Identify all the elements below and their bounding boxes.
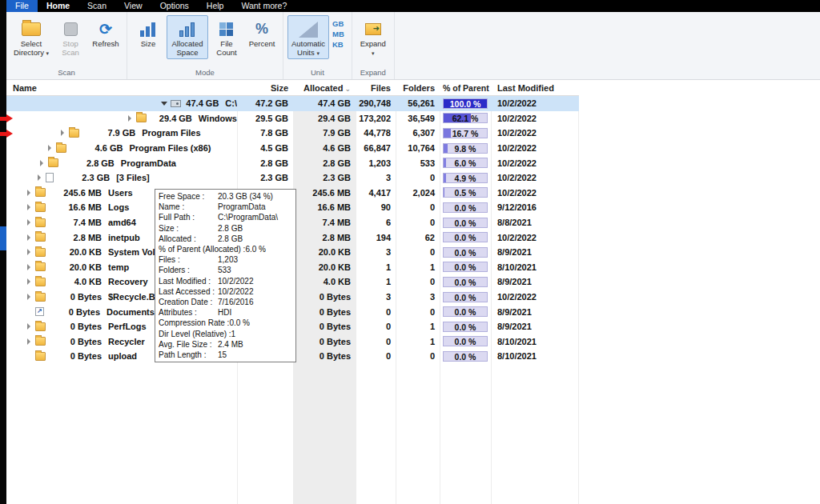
expand-chevron-icon[interactable] [26, 293, 32, 301]
automatic-units-button[interactable]: Automatic Units ▾ [287, 15, 329, 59]
tooltip-line: Allocated : 2.8 GB [159, 234, 292, 244]
tooltip-label: Dir Level (Relative) : [159, 329, 231, 339]
folders-cell: 1 [396, 322, 440, 331]
expand-chevron-icon[interactable] [161, 99, 167, 107]
stop-scan-button[interactable]: Stop Scan [54, 15, 87, 59]
expand-chevron-icon[interactable] [26, 263, 32, 271]
item-size-prefix: 245.6 MB [50, 188, 102, 198]
percent-label: 0.0 % [444, 218, 487, 227]
expand-chevron-icon[interactable] [127, 114, 133, 122]
files-cell: 0 [356, 307, 396, 317]
unit-gb[interactable]: GB [332, 20, 344, 28]
expand-chevron-icon[interactable] [26, 203, 32, 211]
expand-chevron-icon[interactable] [26, 338, 32, 346]
item-size-prefix: 0 Bytes [50, 337, 102, 346]
select-directory-label: Select Directory ▾ [14, 40, 49, 57]
percent-of-parent-cell: 6.0 % [440, 158, 491, 168]
unit-mb[interactable]: MB [332, 30, 344, 38]
tooltip-value: 20.3 GB (34 %) [218, 191, 273, 202]
column-header-files[interactable]: Files [356, 83, 396, 93]
percent-bar: 0.0 % [443, 262, 488, 272]
expand-button[interactable]: Expand ▾ [356, 15, 390, 59]
item-size-prefix: 0 Bytes [50, 351, 102, 361]
expand-chevron-icon[interactable] [26, 248, 32, 256]
allocated-cell: 4.0 KB [293, 277, 356, 286]
table-row[interactable]: 29.4 GB Windows 29.5 GB 29.4 GB 173,202 … [6, 111, 579, 126]
expand-chevron-icon[interactable] [38, 159, 45, 167]
percent-of-parent-cell: 62.1 % [440, 113, 491, 123]
folder-icon [35, 188, 46, 197]
table-row[interactable]: 4.6 GB Program Files (x86) 4.5 GB 4.6 GB… [6, 141, 579, 156]
expand-chevron-icon[interactable] [36, 174, 42, 182]
select-directory-button[interactable]: Select Directory ▾ [10, 15, 52, 59]
menu-options[interactable]: Options [151, 0, 198, 12]
tooltip-value: C:\ProgramData\ [218, 212, 278, 222]
percent-of-parent-cell: 0.0 % [440, 262, 491, 272]
folders-cell: 533 [396, 158, 440, 168]
percent-label: 0.0 % [444, 203, 487, 212]
expand-chevron-icon[interactable] [59, 129, 66, 137]
tooltip-line: Free Space : 20.3 GB (34 %) [159, 191, 292, 202]
folder-icon [35, 352, 46, 361]
table-row[interactable]: 2.3 GB [3 Files] 2.3 GB 2.3 GB 3 0 4.9 %… [6, 170, 579, 186]
tooltip-value: 10/2/2022 [218, 276, 254, 286]
unit-kb[interactable]: KB [332, 41, 344, 49]
refresh-button[interactable]: ⟳ Refresh [89, 15, 123, 51]
menu-help[interactable]: Help [198, 0, 233, 12]
item-size-prefix: 16.6 MB [50, 202, 102, 212]
column-header-folders[interactable]: Folders [396, 83, 440, 93]
table-header: Name Size Allocated⌄ Files Folders % of … [6, 80, 579, 96]
expand-chevron-icon[interactable] [26, 278, 32, 286]
expand-chevron-icon[interactable] [26, 218, 32, 226]
left-edge-strip [0, 0, 6, 504]
percent-of-parent-cell: 4.9 % [440, 173, 491, 183]
menu-scan[interactable]: Scan [78, 0, 115, 12]
expand-chevron-icon[interactable] [26, 322, 32, 330]
item-size-prefix: 47.4 GB [186, 98, 219, 108]
column-header-name[interactable]: Name [6, 83, 237, 93]
column-header-allocated[interactable]: Allocated⌄ [293, 83, 356, 93]
allocated-cell: 20.0 KB [293, 262, 356, 272]
table-row[interactable]: 47.4 GB C:\ 47.2 GB 47.4 GB 290,748 56,2… [6, 96, 579, 111]
file-count-button[interactable]: File Count [210, 15, 243, 59]
column-header-last-modified[interactable]: Last Modified [491, 83, 579, 93]
column-header-size[interactable]: Size [237, 83, 293, 93]
expand-icon [365, 23, 381, 35]
table-row[interactable]: 2.8 GB ProgramData 2.8 GB 2.8 GB 1,203 5… [6, 155, 579, 170]
allocated-cell: 0 Bytes [293, 307, 356, 317]
allocated-cell: 0 Bytes [293, 322, 356, 331]
percent-mode-button[interactable]: % Percent [245, 15, 279, 51]
files-cell: 3 [356, 247, 396, 257]
ribbon-group-mode: Size Allocated Space File Count [127, 12, 283, 79]
allocated-cell: 2.8 MB [293, 233, 356, 242]
tooltip-label: Size : [159, 223, 218, 234]
item-name: Program Files [142, 128, 200, 138]
table-row[interactable]: 7.9 GB Program Files 7.8 GB 7.9 GB 44,77… [6, 126, 579, 141]
percent-label: 0.0 % [444, 278, 487, 286]
percent-label: 0.5 % [444, 188, 487, 197]
item-name: [3 Files] [116, 173, 150, 182]
percent-of-parent-cell: 0.0 % [440, 218, 491, 228]
item-size-prefix: 0 Bytes [50, 322, 102, 331]
files-cell: 1 [356, 277, 396, 286]
group-label-expand: Expand [352, 67, 394, 79]
percent-of-parent-cell: 0.0 % [440, 277, 491, 287]
item-name: Users [108, 188, 133, 198]
allocated-space-button[interactable]: Allocated Space [167, 15, 208, 59]
menu-file[interactable]: File [6, 0, 38, 12]
size-mode-button[interactable]: Size [131, 15, 165, 51]
allocated-cell: 2.3 GB [293, 173, 356, 182]
ribbon-group-expand: Expand ▾ Expand [352, 12, 395, 79]
tooltip-value: HDI [218, 307, 231, 318]
tooltip-label: Full Path : [159, 212, 218, 222]
percent-bar: 100.0 % [443, 98, 488, 109]
folders-cell: 1 [396, 337, 440, 346]
menu-want-more[interactable]: Want more? [232, 0, 295, 12]
files-cell: 1,203 [356, 158, 396, 168]
expand-chevron-icon[interactable] [26, 189, 32, 197]
menu-home[interactable]: Home [38, 0, 78, 12]
expand-chevron-icon[interactable] [46, 144, 53, 152]
menu-view[interactable]: View [115, 0, 151, 12]
column-header-percent-of-parent[interactable]: % of Parent ... [440, 83, 491, 93]
expand-chevron-icon[interactable] [26, 234, 32, 242]
